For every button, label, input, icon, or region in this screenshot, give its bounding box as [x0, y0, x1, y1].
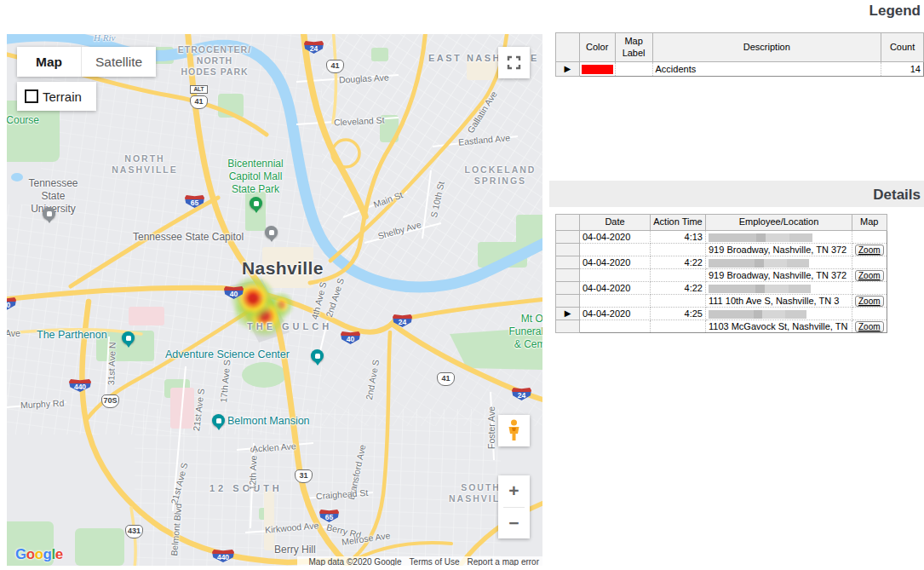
zoom-to-location-button[interactable]: Zoom — [855, 296, 884, 307]
map-label-nashville: Nashville — [242, 257, 324, 279]
belmont-pin[interactable] — [212, 414, 225, 427]
terms-of-use-link[interactable]: Terms of Use — [410, 557, 460, 566]
date-cell: 04-04-2020 — [580, 282, 651, 295]
logo-letter: e — [55, 546, 63, 562]
details-panel-title: Details — [549, 187, 924, 204]
map-label-belmont-mansion[interactable]: Belmont Mansion — [227, 415, 310, 429]
report-map-error-link[interactable]: Report a map error — [468, 557, 539, 566]
legend-color-cell — [579, 62, 615, 77]
us-41-shield: 41 — [326, 60, 344, 73]
terrain-checkbox[interactable] — [25, 89, 38, 103]
date-cell: 04-04-2020 — [580, 308, 651, 320]
legend-header-description: Description — [652, 33, 881, 62]
employee-cell — [706, 231, 852, 244]
map-cell — [852, 231, 887, 244]
science-center-pin[interactable] — [311, 349, 324, 362]
map-cell — [852, 256, 887, 269]
table-row[interactable]: 1103 McGavock St, Nashville, TN Zoom — [556, 320, 887, 333]
map-cell — [852, 308, 887, 320]
legend-header-selector — [556, 33, 580, 62]
us-70s-shield: 70S — [101, 394, 119, 408]
location-cell: 1103 McGavock St, Nashville, TN — [706, 320, 852, 333]
zoom-to-location-button[interactable]: Zoom — [855, 270, 884, 281]
time-cell — [651, 320, 706, 333]
time-cell — [651, 295, 706, 308]
employee-cell — [706, 308, 852, 320]
capitol-pin[interactable] — [265, 226, 278, 239]
zoom-in-button[interactable]: + — [498, 475, 530, 507]
map-label-state-capitol[interactable]: Tennessee State Capitol — [133, 231, 244, 244]
table-row[interactable]: 919 Broadway, Nashville, TN 372 Zoom — [556, 244, 887, 256]
street-view-button[interactable] — [498, 415, 530, 446]
map-label-mt-olivet[interactable]: Mt Olivet Funeral Home & Cemetery — [501, 313, 542, 351]
fullscreen-icon — [507, 55, 521, 70]
row-selector[interactable] — [556, 269, 580, 282]
row-selector[interactable] — [556, 256, 580, 269]
date-cell: 04-04-2020 — [580, 231, 651, 244]
legend-row[interactable]: ▶ Accidents 14 — [556, 62, 924, 77]
zoom-out-button[interactable]: − — [498, 508, 530, 539]
google-map[interactable]: ETROCENTER/ NORTH HODES PARK EAST NASHVI… — [7, 34, 542, 566]
map-type-map-button[interactable]: Map — [17, 47, 81, 77]
map-cell: Zoom — [852, 244, 887, 256]
redacted-employee-name — [709, 285, 811, 293]
logo-letter: g — [43, 546, 52, 562]
map-cell: Zoom — [852, 269, 887, 282]
row-selector[interactable]: ▶ — [556, 308, 580, 320]
table-row[interactable]: 919 Broadway, Nashville, TN 372 Zoom — [556, 269, 887, 282]
table-row[interactable]: 111 10th Ave S, Nashville, TN 3 Zoom — [556, 295, 887, 308]
map-type-satellite-button[interactable]: Satellite — [81, 47, 156, 77]
us-431-shield: 431 — [125, 525, 143, 538]
map-label-parthenon[interactable]: The Parthenon — [37, 329, 107, 343]
time-cell: 4:13 — [651, 231, 706, 244]
active-row-arrow-icon: ▶ — [565, 64, 571, 73]
zoom-to-location-button[interactable]: Zoom — [855, 245, 884, 256]
map-label-lockeland-springs: LOCKELAND SPRINGS — [464, 164, 537, 187]
redacted-employee-name — [709, 310, 806, 319]
map-attribution: Map data ©2020 Google Terms of Use Repor… — [297, 556, 542, 566]
row-selector[interactable] — [556, 295, 580, 308]
university-pin[interactable] — [43, 207, 55, 220]
row-selector[interactable] — [556, 231, 580, 244]
details-header-selector — [556, 215, 580, 231]
map-label-golf-course: Golf Course — [7, 114, 39, 127]
legend-map-label-cell — [615, 62, 652, 77]
legend-table: Color Map Label Description Count ▶ Acci… — [555, 32, 924, 77]
legend-count-cell: 14 — [881, 62, 924, 77]
table-row[interactable]: 04-04-2020 4:22 — [556, 256, 887, 269]
row-selector[interactable] — [556, 320, 580, 333]
date-cell — [580, 295, 651, 308]
parthenon-pin[interactable] — [122, 331, 135, 344]
map-cell: Zoom — [852, 295, 887, 308]
map-label-12-south: 12 SOUTH — [209, 483, 283, 495]
accident-heatmap-report: { "legend_panel": { "title": "Legend", "… — [0, 0, 924, 570]
location-cell: 919 Broadway, Nashville, TN 372 — [706, 244, 852, 256]
terrain-option[interactable]: Terrain — [17, 82, 96, 111]
redacted-employee-name — [709, 259, 809, 268]
table-row[interactable]: 04-04-2020 4:13 — [556, 231, 887, 244]
fullscreen-button[interactable] — [498, 47, 530, 78]
terrain-label: Terrain — [43, 89, 82, 104]
legend-header-color: Color — [579, 33, 615, 62]
park-pin[interactable] — [250, 197, 262, 210]
map-label-berry-hill: Berry Hill — [274, 544, 316, 556]
zoom-to-location-button[interactable]: Zoom — [855, 321, 884, 332]
map-data-credit: Map data ©2020 Google — [308, 557, 401, 566]
details-header-employee-location: Employee/Location — [706, 215, 852, 231]
pegman-icon — [508, 419, 520, 442]
redacted-employee-name — [709, 233, 812, 242]
row-selector[interactable] — [556, 282, 580, 295]
legend-row-selector[interactable]: ▶ — [556, 62, 580, 77]
us-41-shield-2: 41 — [437, 372, 455, 386]
map-cell — [852, 282, 887, 295]
details-header-map: Map — [852, 215, 887, 231]
legend-color-swatch — [582, 65, 613, 74]
table-row[interactable]: 04-04-2020 4:22 — [556, 282, 887, 295]
date-cell — [580, 269, 651, 282]
map-label-bicentennial-park[interactable]: Bicentennial Capitol Mall State Park — [217, 158, 294, 196]
google-logo[interactable]: Google — [15, 546, 63, 563]
row-selector[interactable] — [556, 244, 580, 256]
us-31-shield: 31 — [295, 469, 313, 483]
legend-header-map-label: Map Label — [615, 33, 652, 62]
table-row-active[interactable]: ▶ 04-04-2020 4:25 — [556, 308, 887, 320]
